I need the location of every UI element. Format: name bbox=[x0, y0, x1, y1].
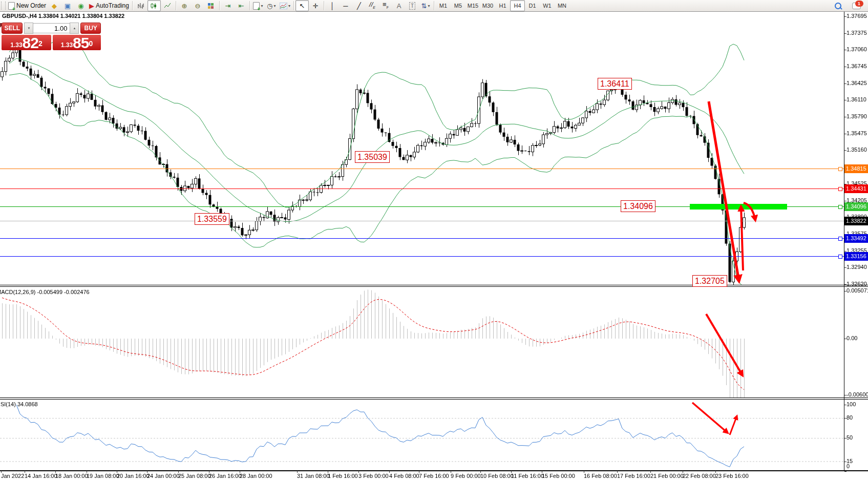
hline-1.34431[interactable] bbox=[0, 189, 844, 189]
cursor-icon: ↖ bbox=[300, 3, 305, 9]
macd-axis-label: 0.005071 bbox=[846, 287, 868, 294]
line-anchor[interactable] bbox=[838, 237, 842, 241]
timeframe-MN[interactable]: MN bbox=[555, 0, 569, 11]
zoom-out-button[interactable]: ⊖ bbox=[191, 0, 204, 11]
sell-price-display[interactable]: 1.33822 bbox=[2, 35, 51, 50]
timeframe-M30[interactable]: M30 bbox=[480, 0, 495, 11]
x-axis-label: 22 Feb 08:00 bbox=[683, 473, 716, 479]
support-zone-rectangle[interactable] bbox=[690, 204, 787, 210]
x-axis-label: 9 Feb 00:00 bbox=[451, 473, 481, 479]
macd-indicator-label: MACD(12,26,9) -0.005499 -0.002476 bbox=[0, 289, 90, 295]
price-annotation-label[interactable]: 1.32705 bbox=[692, 275, 727, 287]
crosshair-tool-button[interactable]: ✛ bbox=[309, 0, 322, 11]
text-tool-button[interactable]: A bbox=[392, 0, 406, 11]
horizontal-line-tool-button[interactable]: ─ bbox=[339, 0, 352, 11]
x-axis-label: 11 Feb 16:00 bbox=[511, 473, 544, 479]
buy-price-small: 1.33 bbox=[61, 40, 73, 50]
terminal-window: + New Order ◆ ▣ ◉ ▶ AutoTrading ⊕ ⊖ ⇥ ⇤ bbox=[0, 0, 868, 481]
autotrading-icon: ▶ bbox=[89, 3, 94, 9]
text-label-tool-button[interactable]: T bbox=[406, 0, 419, 11]
notification-badge: 1 bbox=[855, 1, 863, 7]
hline-1.33492[interactable] bbox=[0, 238, 844, 239]
indicators-menu-button[interactable]: ▾ bbox=[278, 0, 292, 11]
timeframe-H4[interactable]: H4 bbox=[510, 0, 525, 11]
price-annotation-label[interactable]: 1.36411 bbox=[598, 78, 632, 90]
line-anchor[interactable] bbox=[838, 255, 842, 259]
price-annotation-label[interactable]: 1.35039 bbox=[355, 151, 390, 163]
vertical-line-tool-button[interactable]: │ bbox=[326, 0, 339, 11]
timeframe-M1[interactable]: M1 bbox=[436, 0, 451, 11]
clock-icon: ◷ bbox=[267, 3, 272, 9]
x-axis-label: 15 Feb 00:00 bbox=[542, 473, 575, 479]
market-watch-button[interactable]: ▣ bbox=[61, 0, 74, 11]
profiles-menu-button[interactable]: ◷▾ bbox=[265, 0, 278, 11]
search-button[interactable] bbox=[831, 0, 844, 11]
trendline-tool-button[interactable]: ╱ bbox=[352, 0, 366, 11]
timeframe-M15[interactable]: M15 bbox=[465, 0, 480, 11]
hline-1.34815[interactable] bbox=[0, 169, 844, 169]
sell-button[interactable]: SELL bbox=[2, 23, 23, 34]
volume-decrease-button[interactable]: ▾ bbox=[24, 23, 33, 34]
chart-symbol-title: GBPUSD-,H4 1.33804 1.34021 1.33804 1.338… bbox=[2, 13, 124, 19]
text-icon: A bbox=[397, 3, 401, 9]
rsi-axis-label: 80 bbox=[846, 414, 853, 421]
fibonacci-tool-button[interactable]: ≡F bbox=[379, 0, 392, 11]
sell-price-sup: 2 bbox=[38, 35, 43, 52]
timeframe-D1[interactable]: D1 bbox=[525, 0, 540, 11]
x-axis-label: 1 Feb 16:00 bbox=[328, 473, 358, 479]
toolbar-grip[interactable] bbox=[1, 2, 6, 10]
horizontal-line-icon: ─ bbox=[343, 3, 348, 9]
mql-community-button[interactable]: ◆ bbox=[48, 0, 61, 11]
timeframe-W1[interactable]: W1 bbox=[540, 0, 555, 11]
fibonacci-icon: ≡F bbox=[383, 1, 389, 11]
new-chart-menu-button[interactable]: +▾ bbox=[251, 0, 265, 11]
new-order-label: New Order bbox=[16, 2, 46, 9]
timeframe-H1[interactable]: H1 bbox=[495, 0, 510, 11]
volume-input[interactable] bbox=[33, 23, 70, 33]
price-annotation-label[interactable]: 1.33559 bbox=[195, 213, 229, 225]
price-annotation-label[interactable]: 1.34096 bbox=[621, 200, 655, 212]
x-axis-label: 21 Feb 00:00 bbox=[650, 473, 684, 479]
y-axis-label: 1.35475 bbox=[846, 130, 867, 136]
y-axis-label: 1.35790 bbox=[846, 113, 867, 119]
y-axis-label: 1.35160 bbox=[846, 147, 867, 153]
buy-price-display[interactable]: 1.33850 bbox=[53, 35, 101, 50]
buy-price-sup: 0 bbox=[89, 35, 93, 52]
x-axis-label: 7 Feb 16:00 bbox=[419, 473, 449, 479]
y-axis-label: 1.32620 bbox=[846, 281, 867, 287]
rsi-indicator-label: RSI(14) 34.0868 bbox=[0, 401, 38, 407]
chart-canvas[interactable] bbox=[0, 0, 868, 481]
volume-increase-button[interactable]: ▴ bbox=[70, 23, 79, 34]
zoom-in-button[interactable]: ⊕ bbox=[178, 0, 191, 11]
cursor-tool-button[interactable]: ↖ bbox=[295, 0, 309, 11]
y-axis-label: 1.32940 bbox=[846, 264, 867, 270]
chart-shift-button[interactable]: ⇤ bbox=[235, 0, 248, 11]
zoom-in-icon: ⊕ bbox=[182, 3, 187, 9]
signal-icon: ◉ bbox=[78, 3, 83, 9]
line-chart-mode-button[interactable] bbox=[161, 0, 174, 11]
buy-button[interactable]: BUY bbox=[80, 23, 101, 34]
line-anchor[interactable] bbox=[838, 167, 842, 171]
channel-tool-button[interactable]: //E bbox=[366, 0, 379, 11]
new-order-button[interactable]: + New Order bbox=[7, 0, 48, 11]
x-axis-label: 16 Feb 08:00 bbox=[584, 473, 617, 479]
x-axis-label: 10 Feb 08:00 bbox=[480, 473, 514, 479]
line-anchor[interactable] bbox=[838, 187, 842, 191]
price-tag: 1.34815 bbox=[844, 164, 868, 173]
hline-1.33156[interactable] bbox=[0, 256, 844, 257]
timeframe-M5[interactable]: M5 bbox=[451, 0, 465, 11]
notifications-button[interactable]: 1 bbox=[850, 0, 863, 11]
line-anchor[interactable] bbox=[838, 205, 842, 209]
one-click-trade-panel: SELL ▾ ▴ BUY 1.33822 1.33850 bbox=[2, 23, 101, 50]
autotrading-button[interactable]: ▶ AutoTrading bbox=[88, 0, 131, 11]
tile-windows-button[interactable] bbox=[204, 0, 218, 11]
signals-button[interactable]: ◉ bbox=[74, 0, 88, 11]
arrows-menu-button[interactable]: ⇅▾ bbox=[419, 0, 432, 11]
bar-chart-mode-button[interactable] bbox=[134, 0, 147, 11]
autotrading-label: AutoTrading bbox=[96, 2, 129, 9]
auto-scroll-button[interactable]: ⇥ bbox=[221, 0, 235, 11]
timeframe-group: M1M5M15M30H1H4D1W1MN bbox=[436, 0, 569, 11]
candlestick-mode-button[interactable] bbox=[147, 0, 161, 11]
x-axis-label: 4 Feb 08:00 bbox=[389, 473, 419, 479]
x-axis-label: 26 Jan 16:00 bbox=[209, 473, 242, 479]
